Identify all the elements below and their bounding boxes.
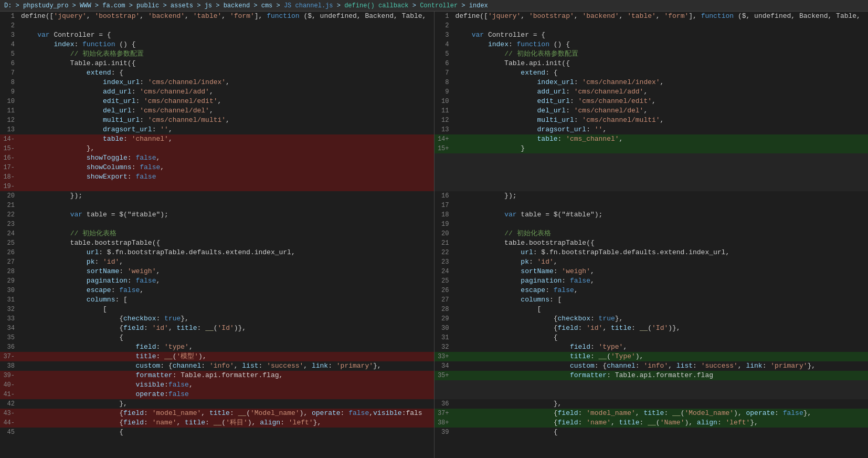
- code-line: 39- formatter: Table.api.formatter.flag,: [0, 371, 434, 380]
- line-number: 1: [0, 12, 19, 21]
- code-line: 16 });: [435, 191, 869, 201]
- code-line: 21 table.bootstrapTable({: [435, 238, 869, 248]
- line-number: 32: [0, 305, 19, 314]
- code-line: [435, 172, 869, 182]
- code-line: 18- showExport: false: [0, 172, 434, 182]
- line-content: title: __('模型'),: [19, 352, 434, 361]
- line-content: {field: 'name', title: __('科目'), align: …: [19, 418, 434, 428]
- line-number: 16-: [0, 153, 19, 163]
- line-content: // 初始化表格参数配置: [453, 49, 869, 59]
- line-content: add_url: 'cms/channel/add',: [19, 87, 434, 97]
- code-line: 13 dragsort_url: '',: [435, 125, 869, 134]
- line-content: var Controller = {: [19, 30, 434, 40]
- line-number: 35: [0, 333, 19, 342]
- left-code-area[interactable]: 1define(['jquery', 'bootstrap', 'backend…: [0, 12, 434, 458]
- line-number: 6: [435, 59, 453, 68]
- code-line: 3 var Controller = {: [0, 30, 434, 40]
- line-number: 37+: [435, 409, 453, 418]
- code-line: 15- },: [0, 144, 434, 153]
- line-number: 17: [435, 201, 453, 210]
- line-content: {: [453, 333, 869, 342]
- code-line: 16- showToggle: false,: [0, 153, 434, 163]
- right-code-area[interactable]: 1define(['jquery', 'bootstrap', 'backend…: [435, 12, 869, 458]
- line-content: dragsort_url: '',: [453, 125, 869, 134]
- line-content: title: __('Type'),: [453, 352, 869, 361]
- line-number: 30: [435, 324, 453, 333]
- code-line: 2: [0, 21, 434, 30]
- code-line: 11 del_url: 'cms/channel/del',: [0, 106, 434, 116]
- code-line: [435, 380, 869, 390]
- line-number: 16: [435, 191, 453, 201]
- line-number: 23: [435, 257, 453, 267]
- code-line: 26 escape: false,: [435, 286, 869, 295]
- code-line: 10 edit_url: 'cms/channel/edit',: [0, 97, 434, 106]
- line-content: [453, 220, 869, 229]
- code-line: 38+ {field: 'name', title: __('Name'), a…: [435, 418, 869, 428]
- code-line: 45 {: [0, 428, 434, 437]
- line-content: {field: 'id', title: __('Id')},: [453, 324, 869, 333]
- line-number: 19-: [0, 182, 19, 191]
- line-content: // 初始化表格参数配置: [19, 49, 434, 59]
- line-number: 29: [435, 314, 453, 324]
- code-line: 22 var table = $("#table");: [0, 210, 434, 220]
- code-line: [435, 163, 869, 172]
- line-content: {field: 'model_name', title: __('Model_n…: [19, 409, 434, 418]
- code-line: 42 },: [0, 399, 434, 409]
- code-line: 4 index: function () {: [435, 40, 869, 49]
- line-content: field: 'type',: [453, 342, 869, 352]
- line-content: },: [453, 399, 869, 409]
- line-content: add_url: 'cms/channel/add',: [453, 87, 869, 97]
- code-line: 1define(['jquery', 'bootstrap', 'backend…: [0, 12, 434, 21]
- line-number: 10: [0, 97, 19, 106]
- line-content: });: [453, 191, 869, 201]
- line-content: url: $.fn.bootstrapTable.defaults.extend…: [453, 248, 869, 257]
- code-line: 27 columns: [: [435, 295, 869, 305]
- line-content: pagination: false,: [19, 276, 434, 286]
- line-content: define(['jquery', 'bootstrap', 'backend'…: [19, 12, 434, 21]
- code-line: 29 {checkbox: true},: [435, 314, 869, 324]
- line-number: 26: [435, 286, 453, 295]
- line-content: multi_url: 'cms/channel/multi',: [19, 116, 434, 125]
- line-content: formatter: Table.api.formatter.flag,: [19, 371, 434, 380]
- line-number: 33: [0, 314, 19, 324]
- line-number: 14-: [0, 134, 19, 144]
- line-number: 31: [0, 295, 19, 305]
- line-number: 37-: [0, 352, 19, 361]
- line-content: [453, 380, 869, 390]
- code-line: 36 field: 'type',: [0, 342, 434, 352]
- code-line: 14+ table: 'cms_channel',: [435, 134, 869, 144]
- line-content: [19, 220, 434, 229]
- line-number: 15+: [435, 144, 453, 153]
- code-line: 8 index_url: 'cms/channel/index',: [435, 78, 869, 87]
- line-content: [453, 390, 869, 399]
- line-number: 18: [435, 210, 453, 220]
- line-number: 13: [0, 125, 19, 134]
- line-number: 4: [435, 40, 453, 49]
- line-number: 11: [435, 106, 453, 116]
- code-line: 10 edit_url: 'cms/channel/edit',: [435, 97, 869, 106]
- line-number: 11: [0, 106, 19, 116]
- line-number: 26: [0, 248, 19, 257]
- line-number: 28: [0, 267, 19, 276]
- code-line: 5 // 初始化表格参数配置: [435, 49, 869, 59]
- line-content: // 初始化表格: [453, 229, 869, 238]
- code-line: 36 },: [435, 399, 869, 409]
- line-content: del_url: 'cms/channel/del',: [19, 106, 434, 116]
- code-line: 37+ {field: 'model_name', title: __('Mod…: [435, 409, 869, 418]
- line-content: field: 'type',: [19, 342, 434, 352]
- code-line: 32 [: [0, 305, 434, 314]
- line-content: table: 'cms_channel',: [453, 134, 869, 144]
- line-number: 22: [0, 210, 19, 220]
- code-line: 9 add_url: 'cms/channel/add',: [0, 87, 434, 97]
- code-line: 23 pk: 'id',: [435, 257, 869, 267]
- line-content: del_url: 'cms/channel/del',: [453, 106, 869, 116]
- line-content: operate:false: [19, 390, 434, 399]
- code-line: [435, 182, 869, 191]
- left-code-lines: 1define(['jquery', 'bootstrap', 'backend…: [0, 12, 434, 458]
- line-number: 32: [435, 342, 453, 352]
- line-content: showColumns: false,: [19, 163, 434, 172]
- code-line: 5 // 初始化表格参数配置: [0, 49, 434, 59]
- code-line: 4 index: function () {: [0, 40, 434, 49]
- code-line: 25 table.bootstrapTable({: [0, 238, 434, 248]
- code-line: 17: [435, 201, 869, 210]
